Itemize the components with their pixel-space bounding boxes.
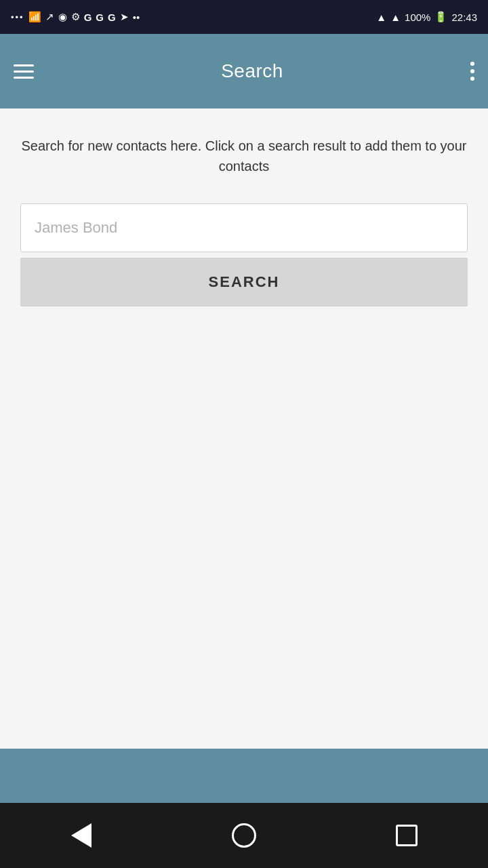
description-text: Search for new contacts here. Click on a…: [20, 136, 468, 176]
wifi-icon: 📶: [28, 11, 41, 23]
search-input[interactable]: [20, 203, 468, 252]
battery-icon: 🔋: [434, 11, 447, 23]
status-bar: ••• 📶 ↗ ◉ ⚙ G G G ➤ •• ▲ ▲ 100% 🔋 22:43: [0, 0, 488, 34]
search-button[interactable]: SEARCH: [20, 258, 468, 307]
hamburger-line-3: [14, 77, 34, 79]
app-bar: Search: [0, 34, 488, 108]
more-dot-3: [470, 77, 474, 81]
location-icon: ➤: [120, 11, 129, 23]
status-bar-right: ▲ ▲ 100% 🔋 22:43: [376, 11, 477, 23]
settings-icon: ⚙: [71, 11, 80, 23]
home-button[interactable]: [217, 808, 271, 863]
hamburger-line-1: [14, 64, 34, 66]
more-options-button[interactable]: [470, 62, 474, 81]
google-g-icon: G: [84, 12, 92, 23]
time-label: 22:43: [451, 12, 477, 23]
trending-icon: ↗: [45, 11, 54, 23]
nav-bar: [0, 803, 488, 868]
wifi-signal-icon: ▲: [376, 12, 386, 23]
more-dot-1: [470, 62, 474, 66]
hamburger-menu-button[interactable]: [14, 64, 34, 79]
battery-label: 100%: [405, 12, 430, 23]
google-g3-icon: G: [108, 12, 116, 23]
main-content: Search for new contacts here. Click on a…: [0, 108, 488, 749]
google-g2-icon: G: [96, 12, 104, 23]
back-icon: [71, 823, 92, 848]
signal-dots-icon: •••: [11, 12, 24, 22]
hamburger-line-2: [14, 71, 34, 73]
circle-icon: ◉: [58, 11, 67, 23]
results-area: [20, 307, 468, 728]
dots-icon: ••: [133, 12, 140, 23]
page-title: Search: [221, 60, 283, 82]
back-button[interactable]: [54, 808, 108, 863]
more-dot-2: [470, 69, 474, 73]
recents-icon: [396, 825, 418, 846]
footer-teal-bar: [0, 749, 488, 803]
status-bar-left: ••• 📶 ↗ ◉ ⚙ G G G ➤ ••: [11, 11, 140, 23]
home-icon: [232, 823, 256, 848]
mobile-signal-icon: ▲: [390, 12, 401, 23]
recents-button[interactable]: [380, 808, 434, 863]
